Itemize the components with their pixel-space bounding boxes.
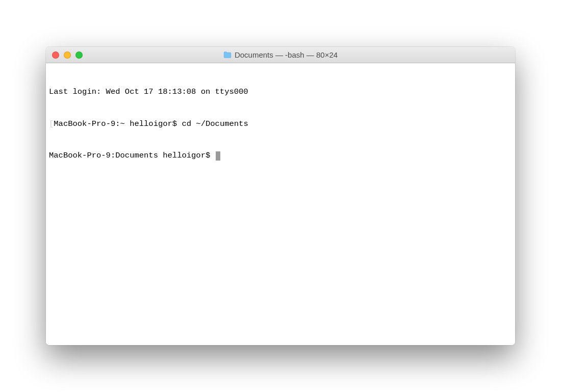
maximize-button[interactable] <box>75 51 83 59</box>
titlebar[interactable]: Documents — -bash — 80×24 <box>46 47 515 63</box>
last-login-line: Last login: Wed Oct 17 18:13:08 on ttys0… <box>49 87 512 97</box>
close-button[interactable] <box>52 51 59 59</box>
window-controls <box>46 51 83 59</box>
prompt-2: MacBook-Pro-9:Documents helloigor$ <box>49 151 215 160</box>
window-title: Documents — -bash — 80×24 <box>235 50 338 59</box>
bracket-open: [ <box>49 119 54 128</box>
command-line-1: [MacBook-Pro-9:~ helloigor$ cd ~/Documen… <box>49 119 512 129</box>
command-1: cd ~/Documents <box>182 119 248 128</box>
terminal-content[interactable]: Last login: Wed Oct 17 18:13:08 on ttys0… <box>46 63 515 345</box>
prompt-1: MacBook-Pro-9:~ helloigor$ <box>54 119 182 128</box>
cursor <box>216 151 220 161</box>
minimize-button[interactable] <box>64 51 71 59</box>
window-title-area: Documents — -bash — 80×24 <box>46 50 515 59</box>
folder-icon <box>223 51 232 58</box>
terminal-window: Documents — -bash — 80×24 Last login: We… <box>46 47 515 345</box>
command-line-2: MacBook-Pro-9:Documents helloigor$ <box>49 150 512 161</box>
